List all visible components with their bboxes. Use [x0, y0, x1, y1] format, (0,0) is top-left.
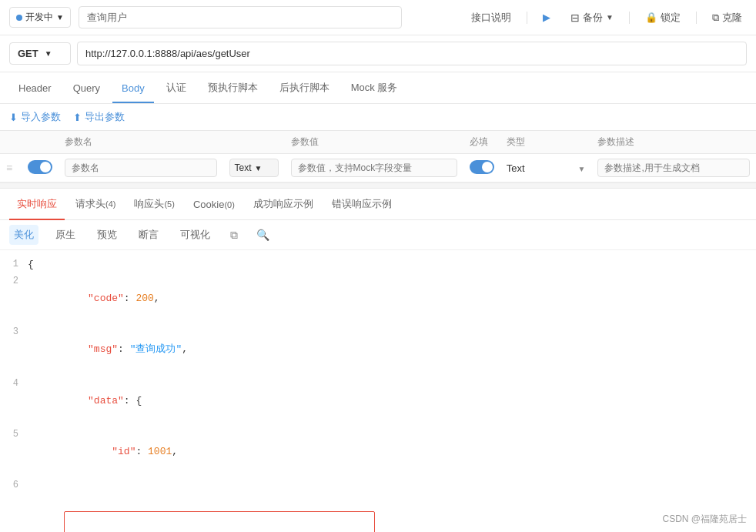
- tab-req-headers-label: 请求头: [75, 198, 105, 209]
- section-separator: [0, 182, 756, 189]
- params-toolbar: ⬇ 导入参数 ⬆ 导出参数: [0, 104, 756, 130]
- interface-doc-label: 接口说明: [471, 11, 511, 25]
- param-name-cell: [59, 154, 223, 182]
- required-toggle[interactable]: [470, 160, 494, 174]
- cookie-badge: (0): [224, 200, 234, 209]
- method-chevron: ▼: [45, 49, 52, 58]
- param-toggle[interactable]: [28, 160, 52, 174]
- col-param-value: 参数值: [285, 131, 463, 154]
- run-icon: ▶: [543, 12, 550, 23]
- tab-realtime-label: 实时响应: [17, 198, 57, 209]
- import-icon: ⬇: [9, 112, 18, 123]
- tab-request-headers[interactable]: 请求头(4): [68, 189, 123, 220]
- tab-query[interactable]: Query: [64, 75, 109, 103]
- type2-chevron: ▼: [578, 165, 586, 173]
- tab-error-label: 错误响应示例: [332, 198, 392, 209]
- tab-body[interactable]: Body: [112, 75, 154, 103]
- backup-icon: ⊟: [570, 12, 580, 24]
- tab-response-headers[interactable]: 响应头(5): [126, 189, 182, 220]
- drag-handle-icon[interactable]: ≡: [6, 162, 12, 174]
- response-view-toolbar: 美化 原生 预览 断言 可视化 ⧉ 🔍: [0, 220, 756, 250]
- env-label: 开发中: [25, 11, 53, 24]
- env-status-dot: [16, 15, 22, 21]
- param-value-input[interactable]: [291, 159, 457, 177]
- lock-icon: 🔒: [645, 12, 657, 23]
- clone-btn[interactable]: ⧉ 克隆: [707, 8, 747, 28]
- param-desc-input[interactable]: [597, 159, 750, 177]
- desc-cell: [591, 154, 756, 182]
- view-btn-raw[interactable]: 原生: [51, 225, 80, 245]
- tab-success-example[interactable]: 成功响应示例: [246, 189, 321, 220]
- param-value-cell: [285, 154, 463, 182]
- tab-error-example[interactable]: 错误响应示例: [324, 189, 400, 220]
- request-tabs-bar: Header Query Body 认证 预执行脚本 后执行脚本 Mock 服务: [0, 72, 756, 104]
- method-label: GET: [18, 48, 38, 59]
- view-btn-beautify[interactable]: 美化: [9, 225, 38, 245]
- view-btn-preview[interactable]: 预览: [92, 225, 122, 245]
- chevron-down-icon: ▼: [56, 13, 64, 22]
- tab-success-label: 成功响应示例: [253, 198, 313, 209]
- col-param-name: 参数名: [59, 131, 223, 154]
- tab-header[interactable]: Header: [9, 75, 61, 103]
- view-btn-assert[interactable]: 断言: [134, 225, 163, 245]
- divider2: [629, 12, 630, 24]
- toggle-cell: [22, 154, 59, 182]
- import-params-btn[interactable]: ⬇ 导入参数: [9, 110, 61, 124]
- drag-handle-cell: ≡: [0, 154, 22, 182]
- tab-resp-headers-label: 响应头: [134, 198, 164, 209]
- col-drag: [0, 131, 22, 154]
- req-headers-badge: (4): [105, 199, 115, 209]
- backup-chevron: ▼: [606, 13, 614, 22]
- tab-cookie-label: Cookie: [193, 199, 224, 210]
- query-name-input[interactable]: [79, 6, 402, 28]
- type1-select[interactable]: Text ▼: [229, 159, 279, 177]
- response-tabs-bar: 实时响应 请求头(4) 响应头(5) Cookie(0) 成功响应示例 错误响应…: [0, 189, 756, 220]
- code-line-1: 1 {: [0, 256, 756, 273]
- col-desc: 参数描述: [591, 131, 756, 154]
- type1-chevron: ▼: [255, 164, 263, 172]
- params-table-wrapper: 参数名 参数值 必填 类型 参数描述 ≡: [0, 130, 756, 182]
- interface-doc-btn[interactable]: 接口说明: [467, 8, 516, 28]
- view-btn-visual[interactable]: 可视化: [176, 225, 215, 245]
- type2-cell: Text: [500, 154, 572, 182]
- type1-value: Text: [235, 162, 252, 173]
- tab-auth[interactable]: 认证: [157, 73, 196, 104]
- env-selector[interactable]: 开发中 ▼: [9, 7, 71, 28]
- url-bar: GET ▼: [0, 35, 756, 72]
- clone-label: 克隆: [722, 11, 742, 25]
- backup-btn[interactable]: ⊟ 备份 ▼: [566, 8, 618, 28]
- tab-realtime-response[interactable]: 实时响应: [9, 189, 65, 220]
- lock-btn[interactable]: 🔒 锁定: [641, 8, 685, 28]
- code-line-3: 3 "msg": "查询成功",: [0, 324, 756, 375]
- export-params-btn[interactable]: ⬆ 导出参数: [73, 110, 125, 124]
- tab-cookie[interactable]: Cookie(0): [186, 191, 243, 219]
- tab-mock[interactable]: Mock 服务: [342, 73, 407, 104]
- required-cell: [463, 154, 500, 182]
- toolbar-right: 接口说明 ▶ ⊟ 备份 ▼ 🔒 锁定 ⧉ 克隆: [467, 8, 747, 28]
- copy-icon[interactable]: ⧉: [227, 226, 241, 245]
- code-line-2: 2 "code": 200,: [0, 273, 756, 324]
- type1-cell: Text ▼: [223, 154, 285, 182]
- lock-label: 锁定: [661, 11, 681, 25]
- col-type2-arrow: [572, 131, 592, 154]
- type2-value: Text: [507, 162, 525, 174]
- method-select[interactable]: GET ▼: [9, 42, 71, 65]
- top-toolbar: 开发中 ▼ 接口说明 ▶ ⊟ 备份 ▼ 🔒 锁定 ⧉ 克隆: [0, 0, 756, 35]
- code-line-6: 6 "name": "a8b231de2eb8cf2aadaebc1dbda91…: [0, 477, 756, 532]
- type2-arrow-cell: ▼: [572, 154, 592, 182]
- clone-icon: ⧉: [712, 12, 719, 24]
- run-btn[interactable]: ▶: [538, 8, 555, 26]
- param-name-input[interactable]: [65, 159, 217, 177]
- code-line-4: 4 "data": {: [0, 376, 756, 427]
- tab-post-script[interactable]: 后执行脚本: [270, 73, 339, 104]
- tab-pre-script[interactable]: 预执行脚本: [199, 73, 267, 104]
- footer-note: CSDN @福隆苑居士: [662, 513, 747, 526]
- export-icon: ⬆: [73, 112, 82, 123]
- export-label: 导出参数: [85, 110, 125, 124]
- footer-text: CSDN @福隆苑居士: [662, 514, 747, 524]
- divider1: [527, 12, 527, 24]
- backup-label: 备份: [583, 11, 603, 25]
- url-input[interactable]: [77, 42, 747, 65]
- search-icon[interactable]: 🔍: [253, 226, 273, 244]
- col-type1: [223, 131, 285, 154]
